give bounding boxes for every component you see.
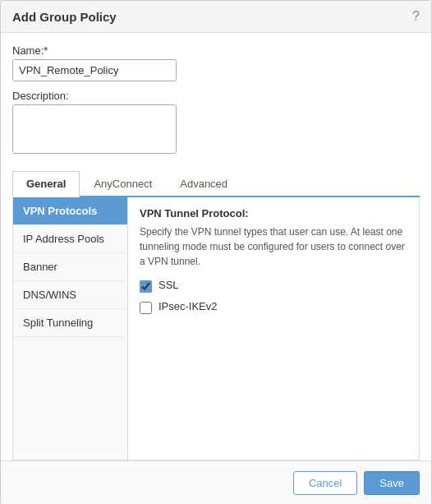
tab-advanced[interactable]: Advanced bbox=[166, 171, 241, 197]
ipsec-option-row: IPsec-IKEv2 bbox=[140, 300, 407, 315]
dialog-header: Add Group Policy ? bbox=[1, 1, 431, 33]
name-label: Name:* bbox=[12, 44, 420, 57]
ipsec-ikev2-label: IPsec-IKEv2 bbox=[159, 300, 218, 312]
sidebar-item-vpn-protocols[interactable]: VPN Protocols bbox=[13, 197, 127, 225]
description-input[interactable] bbox=[12, 104, 177, 154]
add-group-policy-dialog: Add Group Policy ? Name:* Description: G… bbox=[0, 0, 432, 504]
name-input[interactable] bbox=[12, 59, 177, 81]
dialog-title: Add Group Policy bbox=[12, 10, 117, 24]
tab-content: VPN Protocols IP Address Pools Banner DN… bbox=[12, 197, 420, 460]
tab-anyconnect[interactable]: AnyConnect bbox=[80, 171, 166, 197]
tab-bar: General AnyConnect Advanced bbox=[12, 171, 420, 197]
dialog-body: Name:* Description: General AnyConnect A… bbox=[1, 33, 431, 460]
sidebar-item-dns-wins[interactable]: DNS/WINS bbox=[13, 281, 127, 309]
tab-general[interactable]: General bbox=[12, 171, 80, 197]
ssl-option-row: SSL bbox=[140, 279, 407, 294]
content-description: Specify the VPN tunnel types that user c… bbox=[140, 224, 407, 269]
ssl-label: SSL bbox=[159, 279, 179, 291]
help-icon[interactable]: ? bbox=[412, 9, 420, 24]
sidebar-item-banner[interactable]: Banner bbox=[13, 253, 127, 281]
description-label: Description: bbox=[12, 90, 420, 102]
cancel-button[interactable]: Cancel bbox=[293, 471, 357, 495]
name-field-group: Name:* bbox=[12, 44, 420, 81]
content-panel: VPN Tunnel Protocol: Specify the VPN tun… bbox=[128, 197, 419, 460]
sidebar-item-ip-address-pools[interactable]: IP Address Pools bbox=[13, 225, 127, 253]
ssl-checkbox[interactable] bbox=[140, 280, 152, 293]
save-button[interactable]: Save bbox=[364, 471, 420, 495]
sidebar-item-split-tunneling[interactable]: Split Tunneling bbox=[13, 309, 127, 337]
description-field-group: Description: bbox=[12, 90, 420, 156]
ipsec-ikev2-checkbox[interactable] bbox=[140, 302, 152, 314]
sidebar: VPN Protocols IP Address Pools Banner DN… bbox=[13, 197, 128, 460]
content-title: VPN Tunnel Protocol: bbox=[140, 207, 407, 220]
dialog-footer: Cancel Save bbox=[1, 460, 431, 504]
